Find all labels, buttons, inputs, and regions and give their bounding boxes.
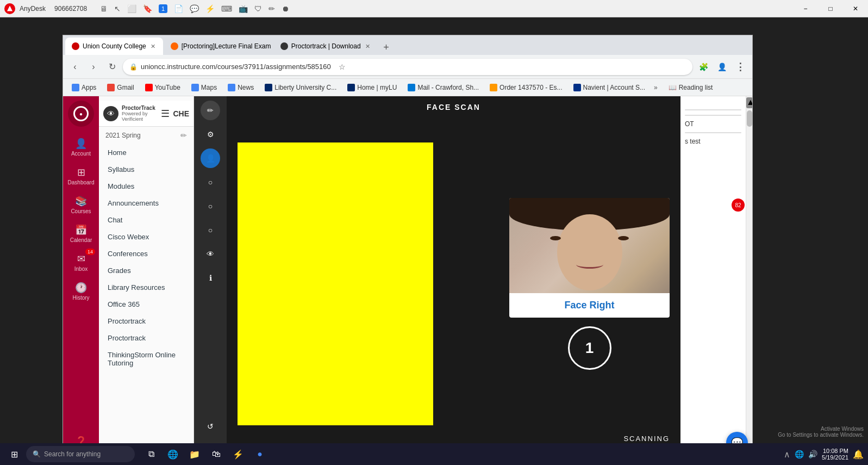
refresh-button[interactable]: ↻ <box>104 59 120 75</box>
tab-close-dl[interactable]: ✕ <box>364 42 371 51</box>
right-content-panel: OT s test <box>680 96 746 464</box>
sidebar-item-conferences[interactable]: Conferences <box>99 245 193 262</box>
sidebar-item-proctortrack2[interactable]: Proctortrack <box>99 330 193 346</box>
sidebar-item-cisco-webex[interactable]: Cisco Webex <box>99 228 193 245</box>
bookmarks-overflow[interactable]: » <box>652 84 660 91</box>
canvas-nav-account[interactable]: 👤 Account <box>65 133 97 161</box>
proctor-info-button[interactable]: ℹ <box>201 268 220 288</box>
taskbar-store-icon[interactable]: 🛍 <box>207 444 226 464</box>
bookmark-gmail[interactable]: Gmail <box>103 81 138 94</box>
tab-download[interactable]: Proctortrack | Download ✕ <box>274 38 378 55</box>
lightning-icon: ⚡ <box>205 4 215 13</box>
sidebar-item-home[interactable]: Home <box>99 144 193 161</box>
proctor-radio3-button[interactable]: ○ <box>201 220 220 240</box>
scrollbar-up-arrow[interactable]: ▲ <box>746 97 752 108</box>
account-icon: 👤 <box>75 138 87 150</box>
monitor-icon: 🖥 <box>100 4 108 13</box>
canvas-nav-dashboard[interactable]: ⊞ Dashboard <box>65 162 97 190</box>
face-right-panel: Face Right 1 <box>509 198 670 370</box>
mouth-smile <box>576 261 603 269</box>
file-icon: 📄 <box>174 4 183 13</box>
profile-button[interactable]: 👤 <box>714 59 729 75</box>
menu-button[interactable]: ⋮ <box>733 59 748 75</box>
bookmark-label-liberty: Liberty University C... <box>274 84 336 91</box>
sidebar-item-proctortrack1[interactable]: Proctortrack <box>99 313 193 330</box>
right-partial-text-1: OT <box>685 120 741 128</box>
bookmark-maps[interactable]: Maps <box>187 81 221 94</box>
taskbar-notification-icon[interactable]: 🔔 <box>853 449 864 460</box>
bookmark-navient[interactable]: Navient | Account S... <box>569 81 650 94</box>
bookmark-homemylu[interactable]: Home | myLU <box>343 81 401 94</box>
bookmark-order[interactable]: Order 1437570 - Es... <box>485 81 566 94</box>
sidebar-item-library[interactable]: Library Resources <box>99 279 193 296</box>
bookmark-news[interactable]: News <box>223 81 258 94</box>
browser-content: 👤 Account ⊞ Dashboard 📚 Courses 📅 Calend… <box>63 96 752 464</box>
forward-button[interactable]: › <box>86 59 101 75</box>
sidebar-item-modules[interactable]: Modules <box>99 178 193 195</box>
proctor-settings-button[interactable]: ⚙ <box>201 125 220 144</box>
tab-favicon-dl <box>280 42 288 50</box>
back-button[interactable]: ‹ <box>67 59 83 75</box>
anydesk-app-name: AnyDesk <box>20 5 46 13</box>
scrollbar-thumb[interactable] <box>747 110 752 127</box>
tab-close-uc[interactable]: ✕ <box>149 42 157 51</box>
sidebar-item-office365[interactable]: Office 365 <box>99 296 193 313</box>
maximize-button[interactable]: □ <box>818 0 843 17</box>
taskbar-search-icon: 🔍 <box>33 450 41 458</box>
address-bar[interactable]: 🔒 unioncc.instructure.com/courses/37911/… <box>123 59 692 75</box>
taskbar-task-view[interactable]: ⧉ <box>141 444 161 464</box>
taskbar-lightning-icon[interactable]: ⚡ <box>228 444 248 464</box>
face-scan-content: Face Right 1 <box>227 118 680 449</box>
canvas-nav-calendar[interactable]: 📅 Calendar <box>65 220 97 247</box>
content-scrollbar[interactable]: ▲ ▼ <box>746 96 752 464</box>
tab-union-county[interactable]: Union County College ✕ <box>65 38 163 55</box>
taskbar-search[interactable]: 🔍 Search for anything <box>26 446 135 462</box>
canvas-nav-history[interactable]: 🕐 History <box>65 277 97 305</box>
canvas-nav-courses[interactable]: 📚 Courses <box>65 191 97 219</box>
tab-proctoring[interactable]: [Proctoring]Lecture Final Exam ✕ <box>164 38 273 55</box>
taskbar-chrome-icon[interactable]: ● <box>250 444 270 464</box>
sidebar-item-thinkingstorm[interactable]: ThinkingStorm Online Tutoring <box>99 346 193 371</box>
right-partial-text-2: s test <box>685 138 741 145</box>
hamburger-icon[interactable]: ☰ <box>161 108 170 120</box>
reading-list-icon: 📖 <box>669 84 677 91</box>
scanning-label: SCANNING <box>623 435 670 443</box>
taskbar-explorer-icon[interactable]: 📁 <box>185 444 204 464</box>
proctor-reset-button[interactable]: ↺ <box>201 417 220 436</box>
bookmark-youtube[interactable]: YouTube <box>141 81 185 94</box>
proctor-profile-button[interactable]: 👤 <box>201 148 220 168</box>
canvas-nav-label-courses: Courses <box>71 208 91 214</box>
proctor-edit-button[interactable]: ✏ <box>201 101 220 120</box>
sidebar-item-chat[interactable]: Chat <box>99 212 193 228</box>
taskbar-edge-icon[interactable]: 🌐 <box>163 444 183 464</box>
reading-list-label: Reading list <box>679 84 713 91</box>
course-sidebar: 👁 ProctorTrack Powered by Verificient ☰ … <box>99 96 194 464</box>
proctor-radio1-button[interactable]: ○ <box>201 172 220 192</box>
close-button[interactable]: ✕ <box>843 0 868 17</box>
canvas-nav-label-inbox: Inbox <box>74 266 88 272</box>
sidebar-item-announcements[interactable]: Announcements <box>99 195 193 212</box>
extensions-button[interactable]: 🧩 <box>696 59 711 75</box>
bookmarks-bar: Apps Gmail YouTube Maps News Liberty Uni… <box>63 79 752 96</box>
bookmark-star-icon[interactable]: ☆ <box>339 63 346 71</box>
window-icon: ⬜ <box>127 4 136 13</box>
proctor-brand: ProctorTrack Powered by Verificient <box>122 105 158 122</box>
sidebar-item-grades[interactable]: Grades <box>99 262 193 279</box>
bookmark-icon: 🔖 <box>143 4 152 13</box>
bookmark-mail[interactable]: Mail - Crawford, Sh... <box>403 81 483 94</box>
bookmark-liberty[interactable]: Liberty University C... <box>260 81 341 94</box>
edit-icon[interactable]: ✏ <box>180 131 187 140</box>
sidebar-item-syllabus[interactable]: Syllabus <box>99 161 193 178</box>
start-button[interactable]: ⊞ <box>4 444 24 464</box>
canvas-logo[interactable] <box>68 101 94 127</box>
bookmark-favicon-order <box>490 84 497 91</box>
proctor-radio2-button[interactable]: ○ <box>201 196 220 216</box>
minimize-button[interactable]: − <box>793 0 818 17</box>
new-tab-button[interactable]: + <box>379 40 394 55</box>
taskbar-sys-chevron[interactable]: ∧ <box>784 449 790 460</box>
canvas-nav-inbox[interactable]: ✉ Inbox 14 <box>65 249 97 276</box>
proctor-eye-button[interactable]: 👁 <box>201 244 220 264</box>
tab-favicon-uc <box>72 42 79 50</box>
bookmark-apps[interactable]: Apps <box>67 81 101 94</box>
reading-list-button[interactable]: 📖 Reading list <box>664 84 717 91</box>
